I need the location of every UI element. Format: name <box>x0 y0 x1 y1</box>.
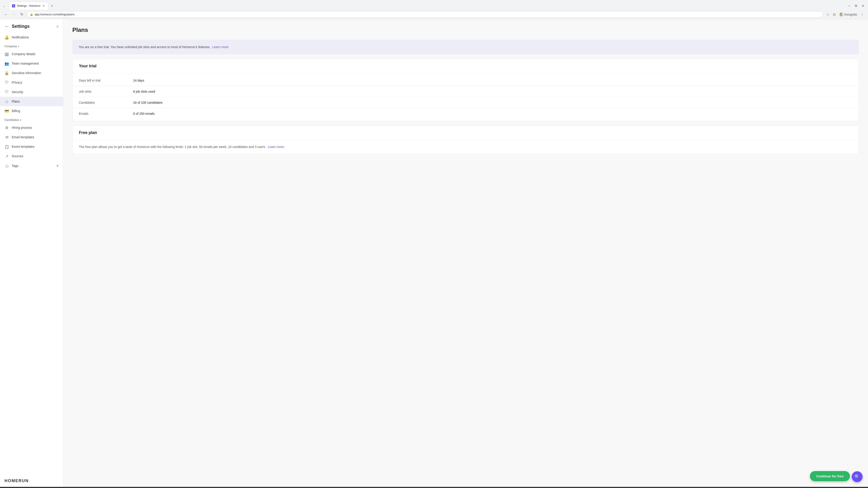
sidebar-item-security[interactable]: 🛡 Security <box>0 87 63 97</box>
back-button[interactable]: ← <box>4 24 9 29</box>
search-fab-icon: 🔍 <box>855 474 860 480</box>
event-templates-icon: 📋 <box>4 144 9 149</box>
company-details-icon: 🏢 <box>4 52 9 56</box>
emails-value: 0 of 250 emails <box>133 112 155 116</box>
new-tab-button[interactable]: + <box>49 3 55 9</box>
address-bar-actions: ☆ ⊡ 🕵 Incognito ⋮ <box>825 11 865 18</box>
candidates-caret-icon: ▾ <box>20 119 21 121</box>
sidebar-item-event-templates[interactable]: 📋 Event templates <box>0 142 63 151</box>
sidebar-item-hiring-process[interactable]: ⚙ Hiring process <box>0 123 63 132</box>
sidebar-navigation: 🔔 Notifications Company ▾ 🏢 Company deta… <box>0 33 63 475</box>
active-tab[interactable]: H Settings - Homerun ✕ <box>9 2 48 10</box>
back-navigation-button[interactable]: ← <box>3 11 9 18</box>
sidebar-item-sensitive-information[interactable]: 🔒 Sensitive information <box>0 68 63 78</box>
free-plan-description: The free plan allows you to get a taste … <box>79 145 266 149</box>
tab-favicon: H <box>12 4 15 7</box>
sidebar-item-label: Security <box>12 90 23 94</box>
url-text: app.homerun.co/settings/plans <box>35 13 74 16</box>
sidebar-item-label: Tags <box>12 164 19 168</box>
tab-nav-controls: ⌄ <box>2 3 7 8</box>
trial-banner-learn-more-link[interactable]: Learn more <box>212 45 228 49</box>
job-slots-label: Job slots <box>79 90 133 93</box>
tab-list-button[interactable]: ⌄ <box>2 3 7 8</box>
trial-row-emails: Emails 0 of 250 emails <box>72 108 859 119</box>
tab-close-button[interactable]: ✕ <box>42 4 45 8</box>
sidebar-item-billing[interactable]: 💳 Billing <box>0 106 63 116</box>
security-icon: 🛡 <box>4 90 9 94</box>
main-content: Plans You are on a free trial. You have … <box>63 19 868 487</box>
continue-for-free-button[interactable]: Continue for free <box>810 471 850 481</box>
tags-expand-icon: ▾ <box>57 163 59 168</box>
notifications-icon: 🔔 <box>4 35 9 39</box>
collapse-sidebar-button[interactable]: « <box>57 24 59 29</box>
candidates-value: 16 of 100 candidates <box>133 101 162 104</box>
sidebar: ← Settings « 🔔 Notifications Company ▾ 🏢… <box>0 19 63 487</box>
reload-button[interactable]: ↻ <box>19 11 25 18</box>
job-slots-value: 6 job slots used <box>133 90 155 93</box>
sidebar-item-label: Email templates <box>12 135 34 139</box>
sidebar-item-label: Sensitive information <box>12 71 41 75</box>
window-controls: ─ ⧉ ✕ <box>846 3 866 8</box>
sidebar-item-notifications[interactable]: 🔔 Notifications <box>0 33 63 42</box>
incognito-button[interactable]: 🕵 Incognito <box>838 11 859 18</box>
sidebar-item-label: Notifications <box>12 35 29 39</box>
forward-navigation-button[interactable]: → <box>11 11 17 18</box>
billing-icon: 💳 <box>4 109 9 113</box>
sidebar-item-label: Sources <box>12 154 23 158</box>
free-plan-learn-more-link[interactable]: Learn more <box>268 145 284 149</box>
tags-icon: ◻ <box>4 164 9 168</box>
free-plan-header: Free plan <box>72 126 859 140</box>
search-fab-button[interactable]: 🔍 <box>852 471 863 482</box>
sidebar-item-tags[interactable]: ◻ Tags ▾ <box>0 161 63 171</box>
close-button[interactable]: ✕ <box>860 3 866 8</box>
days-left-value: 14 days <box>133 78 144 82</box>
incognito-label: Incognito <box>844 13 857 16</box>
team-management-icon: 👥 <box>4 61 9 66</box>
ssl-lock-icon: 🔒 <box>30 13 33 16</box>
sidebar-item-label: Hiring process <box>12 126 32 129</box>
address-bar: ← → ↻ 🔒 app.homerun.co/settings/plans ☆ … <box>0 10 868 19</box>
menu-button[interactable]: ⋮ <box>860 12 865 17</box>
incognito-icon: 🕵 <box>839 12 843 17</box>
sidebar-item-label: Plans <box>12 100 20 103</box>
sidebar-logo: HOMERUN <box>0 475 63 487</box>
days-left-label: Days left in trial <box>79 78 133 82</box>
minimize-button[interactable]: ─ <box>846 3 852 8</box>
url-bar[interactable]: 🔒 app.homerun.co/settings/plans <box>26 11 823 18</box>
privacy-icon: 🛡 <box>4 80 9 85</box>
trial-banner: You are on a free trial. You have unlimi… <box>72 40 859 55</box>
sidebar-header: ← Settings « <box>0 19 63 33</box>
trial-row-days: Days left in trial 14 days <box>72 75 859 86</box>
hiring-process-icon: ⚙ <box>4 125 9 130</box>
your-trial-header: Your trial <box>72 59 859 73</box>
emails-label: Emails <box>79 112 133 116</box>
homerun-logo-text: HOMERUN <box>4 479 29 483</box>
email-templates-icon: ✉ <box>4 135 9 139</box>
sidebar-item-plans[interactable]: ◇ Plans <box>0 97 63 106</box>
sidebar-item-label: Privacy <box>12 80 22 84</box>
sidebar-item-label: Event templates <box>12 145 34 149</box>
sidebar-item-privacy[interactable]: 🛡 Privacy <box>0 78 63 87</box>
sources-icon: ↗ <box>4 154 9 158</box>
sidebar-item-email-templates[interactable]: ✉ Email templates <box>0 132 63 142</box>
sensitive-info-icon: 🔒 <box>4 71 9 75</box>
settings-title: Settings <box>12 24 30 29</box>
company-section-label: Company ▾ <box>0 42 63 49</box>
sidebar-item-company-details[interactable]: 🏢 Company details <box>0 49 63 59</box>
sidebar-item-sources[interactable]: ↗ Sources <box>0 151 63 161</box>
trial-row-candidates: Candidates 16 of 100 candidates <box>72 97 859 108</box>
your-trial-section: Your trial Days left in trial 14 days Jo… <box>72 59 859 121</box>
plans-icon: ◇ <box>4 99 9 104</box>
restore-button[interactable]: ⧉ <box>853 3 859 8</box>
page-title: Plans <box>72 26 859 33</box>
free-plan-title: Free plan <box>79 130 852 135</box>
bookmark-button[interactable]: ☆ <box>825 12 831 17</box>
sidebar-toggle-button[interactable]: ⊡ <box>832 12 837 17</box>
sidebar-item-team-management[interactable]: 👥 Team management <box>0 59 63 68</box>
sidebar-item-label: Team management <box>12 62 39 65</box>
tab-title: Settings - Homerun <box>17 4 40 7</box>
trial-row-job-slots: Job slots 6 job slots used <box>72 86 859 97</box>
free-plan-section: Free plan The free plan allows you to ge… <box>72 126 859 154</box>
sidebar-item-label: Company details <box>12 52 35 56</box>
your-trial-body: Days left in trial 14 days Job slots 6 j… <box>72 73 859 121</box>
